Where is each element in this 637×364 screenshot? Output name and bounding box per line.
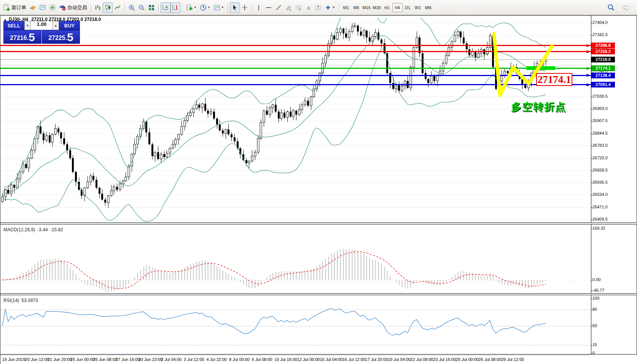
templates-button[interactable]: ▼	[212, 2, 226, 13]
toolbar-separator	[158, 3, 159, 12]
toolbar-separator	[182, 3, 183, 12]
sell-price-display[interactable]: 27216.5	[3, 30, 41, 44]
shapes-button[interactable]: ▼	[323, 2, 337, 13]
channel-icon: E	[285, 4, 292, 11]
hline-button[interactable]	[264, 2, 274, 13]
channel-button[interactable]: E	[283, 2, 293, 13]
shapes-icon	[325, 4, 331, 11]
shift-icon	[172, 4, 179, 11]
candles-icon	[104, 4, 111, 11]
indicators-button[interactable]: ▼	[185, 2, 198, 13]
vline-button[interactable]	[254, 2, 264, 13]
cursor-button[interactable]	[230, 2, 240, 13]
svg-text:E: E	[290, 9, 291, 11]
crosshair-icon	[241, 4, 248, 11]
toolbar-separator	[339, 3, 339, 12]
indicators-icon	[186, 4, 193, 11]
chat-icon	[622, 4, 630, 11]
zoom-in-button[interactable]	[127, 2, 137, 13]
sound-icon	[49, 4, 56, 11]
svg-text:T: T	[317, 6, 319, 10]
toolbar-separator	[91, 3, 91, 12]
chat-button[interactable]	[620, 2, 632, 13]
timeframe-w1-button[interactable]: W1	[413, 3, 423, 12]
volume-input[interactable]: 1.00	[31, 21, 53, 30]
line-chart-icon	[114, 4, 121, 11]
chart-shift-button[interactable]	[170, 2, 180, 13]
zoom-out-button[interactable]	[137, 2, 147, 13]
chevron-down-icon[interactable]: ▼	[221, 6, 224, 9]
label-icon: T	[315, 4, 322, 11]
tile-windows-button[interactable]	[147, 2, 156, 13]
crosshair-button[interactable]	[240, 2, 250, 13]
sell-button[interactable]: SELL	[3, 21, 24, 30]
line-chart-button[interactable]	[113, 2, 123, 13]
tile-icon	[148, 4, 155, 11]
svg-text:A: A	[307, 5, 311, 11]
bar-chart-button[interactable]	[93, 2, 103, 13]
timeframe-mn-button[interactable]: MN	[423, 3, 433, 12]
text-button[interactable]: A	[303, 2, 313, 13]
one-click-trading-panel: SELL ▼ 1.00 ▲ BUY 27216.5 27225.5	[3, 21, 80, 44]
sound-button[interactable]	[48, 2, 57, 13]
fibo-button[interactable]: F	[293, 2, 303, 13]
timeframe-m5-button[interactable]: M5	[351, 3, 361, 12]
candlestick-button[interactable]	[103, 2, 113, 13]
svg-text:F: F	[299, 8, 301, 11]
hline-icon	[265, 4, 272, 11]
quotes-button[interactable]	[28, 2, 38, 13]
timeframe-m15-button[interactable]: M15	[361, 3, 372, 12]
vline-icon	[255, 4, 262, 11]
trend-icon	[275, 4, 282, 11]
toolbar-separator	[252, 3, 252, 12]
toolbar-separator	[124, 3, 125, 12]
chevron-down-icon[interactable]: ▼	[207, 6, 210, 9]
drawing-annotations	[0, 16, 637, 364]
autotrade-button[interactable]: 自动交易	[57, 2, 89, 13]
timeframe-m30-button[interactable]: M30	[372, 3, 382, 12]
zoom-out-icon	[138, 4, 145, 11]
buy-price-display[interactable]: 27225.5	[42, 30, 80, 44]
new-order-button[interactable]: 新订单	[2, 2, 28, 13]
new-order-button-label: 新订单	[11, 4, 26, 11]
quotes-icon	[29, 4, 36, 11]
periods-button[interactable]: ▼	[198, 2, 212, 13]
fibo-icon: F	[295, 4, 302, 11]
price-callout-label[interactable]: 27174.1	[536, 73, 572, 86]
autotrade-icon	[59, 4, 66, 11]
chevron-down-icon[interactable]: ▼	[194, 6, 197, 9]
timeframe-h4-button[interactable]: H4	[392, 3, 403, 12]
label-button[interactable]: T	[313, 2, 323, 13]
search-icon	[607, 4, 615, 11]
volume-increase-button[interactable]: ▲	[53, 21, 59, 30]
search-button[interactable]	[606, 2, 616, 13]
autoscroll-icon	[162, 4, 169, 11]
timeframe-h1-button[interactable]: H1	[382, 3, 392, 12]
templates-icon	[213, 4, 220, 11]
zoom-in-icon	[128, 4, 135, 11]
timeframe-m1-button[interactable]: M1	[341, 3, 351, 12]
buy-button[interactable]: BUY	[59, 21, 80, 30]
bar-chart-icon	[94, 4, 101, 11]
auto-scroll-button[interactable]	[161, 2, 170, 13]
toolbar-separator	[228, 3, 228, 12]
charts-icon	[39, 4, 46, 11]
cursor-icon	[231, 4, 238, 11]
autotrade-button-label: 自动交易	[67, 4, 87, 11]
turning-point-note[interactable]: 多空转折点	[511, 100, 566, 114]
new-order-icon	[3, 4, 10, 11]
charts-button[interactable]	[38, 2, 48, 13]
trendline-button[interactable]	[274, 2, 283, 13]
volume-decrease-button[interactable]: ▼	[24, 21, 31, 30]
chart-window: ▲DJ30-,H427211.0 27218.0 27202.0 27218.0…	[0, 15, 637, 364]
timeframe-d1-button[interactable]: D1	[403, 3, 413, 12]
main-toolbar: 新订单自动交易▼▼▼EFAT▼M1M5M15M30H1H4D1W1MN	[0, 0, 637, 15]
chevron-down-icon[interactable]: ▼	[332, 6, 335, 9]
text-icon: A	[305, 4, 312, 11]
trendline-annotation[interactable]	[494, 34, 552, 95]
clock-icon	[200, 4, 207, 11]
